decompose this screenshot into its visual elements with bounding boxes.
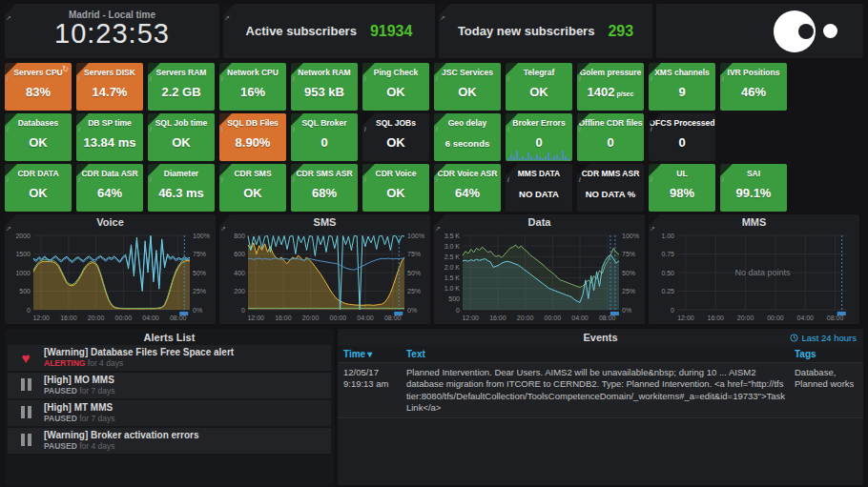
tile-mms-data[interactable]: iMMS DATANO DATA <box>506 164 572 212</box>
panel-info-corner: i <box>506 63 518 75</box>
last-24-hours-link[interactable]: Last 24 hours <box>790 333 857 343</box>
tile-servers-cpu[interactable]: i↻Servers CPU83% <box>5 63 72 111</box>
sms-chart-canvas[interactable]: 020040060080012:0016:0020:0000:0004:0008… <box>219 231 430 322</box>
tile-ivr-positions[interactable]: iIVR Positions46% <box>720 63 787 111</box>
events-col-time[interactable]: Time▾ <box>343 349 397 359</box>
svg-text:3.5 K: 3.5 K <box>444 233 461 239</box>
alert-item-high-mo-mms[interactable]: [High] MO MMSPAUSED for 7 days <box>8 373 331 398</box>
pause-bar <box>28 434 31 446</box>
panel-info-corner: i <box>148 164 160 176</box>
tile-cdr-data-asr[interactable]: iCDR Data ASR64% <box>76 164 143 212</box>
tile-cdr-sms[interactable]: iCDR SMSOK <box>219 164 286 212</box>
svg-text:25%: 25% <box>622 288 635 294</box>
data-chart-title[interactable]: Data <box>434 214 645 231</box>
alert-item-warning-database-files-free-space-alert[interactable]: ♥[Warning] Database Files Free Space ale… <box>8 345 331 371</box>
panel-link-corner[interactable]: ↗ <box>5 214 16 226</box>
alert-state-icon-box <box>8 377 44 395</box>
alert-main: [Warning] Broker activation errorsPAUSED… <box>44 430 198 451</box>
tile-sql-broker[interactable]: iSQL Broker0 <box>291 113 358 161</box>
tile-cdr-sms-asr[interactable]: iCDR SMS ASR68% <box>291 164 358 212</box>
tile-golem-pressure[interactable]: iGolem pressure1402 p/sec <box>577 63 644 111</box>
tile-value: 9 <box>649 85 715 99</box>
tile-sql-job-time[interactable]: iSQL Job timeOK <box>148 113 215 161</box>
tile-sql-db-files[interactable]: iSQL DB Files8.90% <box>219 113 286 161</box>
info-icon: i <box>150 126 152 132</box>
panel-link-corner[interactable]: ↗ <box>434 214 445 226</box>
tile-ul[interactable]: iUL98% <box>649 164 715 212</box>
alert-state-icon-box <box>8 405 44 422</box>
voice-chart-title[interactable]: Voice <box>5 214 216 231</box>
alert-state-icon-box <box>8 433 44 450</box>
alerts-list: ♥[Warning] Database Files Free Space ale… <box>5 345 334 454</box>
events-col-text[interactable]: Text <box>397 349 795 359</box>
svg-text:12:00: 12:00 <box>462 315 479 321</box>
svg-text:2.0 K: 2.0 K <box>444 264 461 271</box>
tile-sai[interactable]: iSAI99.1% <box>720 164 787 212</box>
svg-text:0: 0 <box>27 307 31 314</box>
svg-text:12:00: 12:00 <box>247 315 264 321</box>
alert-state: ALERTING <box>44 358 85 368</box>
panel-link-corner[interactable]: ↗ <box>219 214 231 226</box>
tile-broker-errors[interactable]: iBroker Errors0 <box>506 113 572 161</box>
svg-text:800: 800 <box>234 233 245 239</box>
events-title: Events <box>338 329 863 345</box>
svg-text:200: 200 <box>234 288 245 294</box>
panel-link-corner[interactable]: ↗ <box>649 214 660 226</box>
info-icon: i <box>221 126 223 132</box>
tile-servers-disk[interactable]: iServers DISK14.7% <box>76 63 143 111</box>
info-icon: i <box>579 75 581 82</box>
panel-link-corner[interactable]: ↗ <box>5 4 16 15</box>
tile-diameter[interactable]: iDiameter46.3 ms <box>148 164 215 212</box>
tile-value: 0 <box>291 135 358 150</box>
panel-info-corner: i <box>434 63 446 75</box>
svg-text:08:00: 08:00 <box>599 315 616 321</box>
external-link-icon: ↗ <box>440 14 445 21</box>
tile-value: NO DATA <box>506 189 572 199</box>
tile-xms-channels[interactable]: iXMS channels9 <box>649 63 715 111</box>
panel-info-corner: i <box>148 113 160 126</box>
tile-jsc-services[interactable]: iJSC ServicesOK <box>434 63 501 111</box>
panel-link-corner[interactable]: ↗ <box>223 4 235 15</box>
tile-offline-cdr-files[interactable]: iOffline CDR files0 <box>577 113 644 161</box>
tile-cdr-data[interactable]: iCDR DATAOK <box>5 164 72 212</box>
tile-value: 6 seconds <box>434 138 501 149</box>
tile-value: 13.84 ms <box>76 135 143 150</box>
tile-network-ram[interactable]: iNetwork RAM953 kB <box>291 63 358 111</box>
panel-info-corner: i <box>649 113 661 126</box>
events-col-tags[interactable]: Tags <box>795 349 858 359</box>
panel-info-corner: i <box>506 113 518 126</box>
mms-chart-title[interactable]: MMS <box>649 214 859 231</box>
alert-heart-icon: ♥ <box>22 351 31 365</box>
alert-item-warning-broker-activation-errors[interactable]: [Warning] Broker activation errorsPAUSED… <box>8 428 331 454</box>
tile-network-cpu[interactable]: iNetwork CPU16% <box>219 63 286 111</box>
info-icon: i <box>364 126 366 132</box>
alert-item-high-mt-mms[interactable]: [High] MT MMSPAUSED for 7 days <box>8 400 331 426</box>
svg-text:25%: 25% <box>407 288 421 294</box>
panel-link-corner[interactable]: ↗ <box>439 4 450 15</box>
tile-ping-check[interactable]: iPing CheckOK <box>362 63 429 111</box>
tile-row: iDatabasesOKiDB SP time13.84 msiSQL Job … <box>5 113 863 161</box>
mms-chart-canvas[interactable]: 00.250.500.751.0012:0016:0020:0000:0004:… <box>649 231 859 322</box>
tile-cdr-voice[interactable]: iCDR VoiceOK <box>362 164 429 212</box>
svg-text:0%: 0% <box>407 307 417 314</box>
tile-value-unit: p/sec <box>615 91 634 97</box>
tile-sql-jobs[interactable]: iSQL JOBsOK <box>362 113 429 161</box>
tile-servers-ram[interactable]: iServers RAM2.2 GB <box>148 63 215 111</box>
panel-info-corner: i <box>720 63 733 75</box>
tile-value: OK <box>362 135 429 150</box>
svg-text:25%: 25% <box>193 288 206 294</box>
tile-db-sp-time[interactable]: iDB SP time13.84 ms <box>76 113 143 161</box>
pause-bar <box>21 378 25 391</box>
voice-chart-canvas[interactable]: 050010001500200012:0016:0020:0000:0004:0… <box>5 231 216 322</box>
tile-telegraf[interactable]: iTelegrafOK <box>506 63 572 111</box>
tile-ofcs-processed[interactable]: iOFCS Processed0 <box>649 113 715 161</box>
alerts-panel: Alerts List ♥[Warning] Database Files Fr… <box>5 329 334 485</box>
tile-databases[interactable]: iDatabasesOK <box>5 113 72 161</box>
logo-panel <box>656 4 863 58</box>
tile-cdr-voice-asr[interactable]: iCDR Voice ASR64% <box>434 164 501 212</box>
tile-cdr-mms-asr[interactable]: iCDR MMS ASRNO DATA % <box>577 164 644 212</box>
data-chart-canvas[interactable]: 05001.0 K1.5 K2.0 K2.5 K3.0 K3.5 K12:001… <box>434 231 645 322</box>
sms-chart-title[interactable]: SMS <box>219 214 430 231</box>
pause-bar <box>28 406 31 418</box>
tile-geo-delay[interactable]: iGeo delay6 seconds <box>434 113 501 161</box>
